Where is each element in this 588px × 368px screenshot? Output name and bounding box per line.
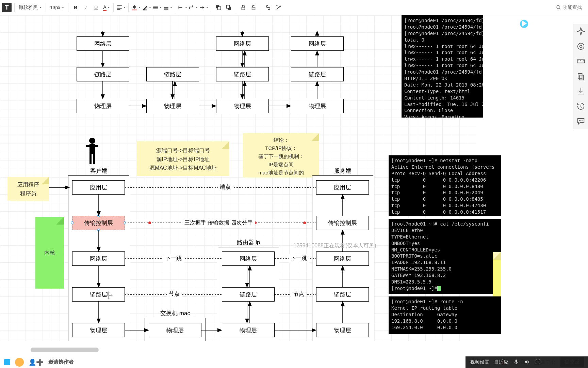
bring-front-button[interactable] xyxy=(214,3,223,12)
mic-icon[interactable] xyxy=(513,359,519,366)
font-family-dropdown[interactable]: 微软雅黑 xyxy=(17,4,43,11)
bold-button[interactable]: B xyxy=(71,3,80,12)
top-col4-link[interactable]: 链路层 xyxy=(291,67,344,81)
router-phys-layer[interactable]: 物理层 xyxy=(222,323,275,337)
svg-rect-30 xyxy=(95,145,98,147)
svg-point-59 xyxy=(579,45,582,48)
fullscreen-icon[interactable] xyxy=(535,359,541,366)
server-app-layer[interactable]: 应用层 xyxy=(316,180,369,195)
client-app-layer[interactable]: 应用层 xyxy=(72,180,125,195)
history-icon[interactable] xyxy=(576,102,586,111)
note-line: IP是端点间 xyxy=(245,160,317,169)
top-col3-link[interactable]: 链路层 xyxy=(216,67,269,81)
app-programmer-note[interactable]: 应用程序 程序员 xyxy=(7,177,49,201)
note-line: 应用程序 xyxy=(9,180,48,189)
layer-label: 传输控制层 xyxy=(84,219,113,227)
kernel-note[interactable]: 内核 xyxy=(35,217,64,289)
note-line: 基于下一跳的机制： xyxy=(245,152,317,160)
fill-color-button[interactable] xyxy=(131,3,141,12)
top-col2-link[interactable]: 链路层 xyxy=(146,67,199,81)
app-logo[interactable]: T xyxy=(2,3,12,12)
svg-point-63 xyxy=(579,120,580,121)
label-next-hop-2: 下一跳 xyxy=(289,254,309,263)
underline-button[interactable]: U xyxy=(92,3,100,12)
unlock-button[interactable] xyxy=(249,3,258,12)
italic-button[interactable]: I xyxy=(81,3,90,12)
top-col1-net[interactable]: 网络层 xyxy=(77,36,129,51)
top-col3-net[interactable]: 网络层 xyxy=(216,36,269,51)
note-line: mac地址是节点间的 xyxy=(245,169,317,177)
align-button[interactable] xyxy=(116,3,126,12)
line-color-button[interactable] xyxy=(142,3,151,12)
client-phys-layer[interactable]: 物理层 xyxy=(72,323,125,337)
ruler-icon[interactable] xyxy=(576,57,586,66)
video-control-bar: 视频设置 自适应 xyxy=(466,356,588,368)
router-network-layer[interactable]: 网络层 xyxy=(222,251,275,266)
svg-rect-1 xyxy=(143,10,148,10)
terminal-4[interactable]: [root@node01 ~]# route -n Kernel IP rout… xyxy=(389,296,501,334)
line-style-button[interactable] xyxy=(152,3,162,12)
add-collaborator-icon[interactable]: 👤➕ xyxy=(29,358,44,366)
font-color-button[interactable]: A xyxy=(102,3,111,12)
lock-button[interactable] xyxy=(239,3,248,12)
horizontal-scrollbar[interactable] xyxy=(31,348,99,352)
switch-phys-layer[interactable]: 物理层 xyxy=(149,323,201,337)
svg-rect-62 xyxy=(579,75,584,80)
label-node-2: 节点 xyxy=(291,290,306,298)
brand-text: 腾讯课堂 xyxy=(534,17,572,30)
auto-tools-button[interactable] xyxy=(274,3,283,12)
compass-icon[interactable] xyxy=(576,27,586,36)
svg-point-27 xyxy=(89,138,95,144)
server-link-layer[interactable]: 链路层 xyxy=(316,287,369,302)
toolbar: T 微软雅黑 13px B I U A 功能查找 xyxy=(0,0,588,15)
brand-play-icon xyxy=(517,17,531,31)
client-link-layer[interactable]: 链路层 xyxy=(72,287,125,302)
client-transport-layer[interactable]: 传输控制层 xyxy=(72,216,125,230)
client-title: 客户端 xyxy=(90,167,108,175)
server-phys-layer[interactable]: 物理层 xyxy=(316,323,369,337)
send-back-button[interactable] xyxy=(224,3,233,12)
font-size-dropdown[interactable]: 13px xyxy=(49,4,65,11)
connector-start-button[interactable] xyxy=(178,3,187,12)
source-mapping-note[interactable]: 源端口号->目标端口号 源IP地址->目标IP地址 源MAC地址->目标MAC地… xyxy=(137,141,229,176)
top-col1-link[interactable]: 链路层 xyxy=(77,67,129,81)
page-tab-indicator[interactable] xyxy=(4,359,10,365)
top-col3-phys[interactable]: 物理层 xyxy=(216,99,269,113)
svg-point-58 xyxy=(577,43,584,50)
terminal-1[interactable]: [root@node01 /proc/24594/fd]# [root@node… xyxy=(402,15,483,118)
router-link-layer[interactable]: 链路层 xyxy=(222,287,275,302)
terminal-3[interactable]: [root@node01 ~]# cat /etc/sysconfi DEVIC… xyxy=(389,219,501,294)
video-settings-button[interactable]: 视频设置 xyxy=(470,359,489,365)
link-button[interactable] xyxy=(264,3,273,12)
video-fit-button[interactable]: 自适应 xyxy=(494,359,508,365)
client-network-layer[interactable]: 网络层 xyxy=(72,251,125,266)
comment-icon[interactable] xyxy=(576,117,586,126)
server-transport-layer[interactable]: 传输控制层 xyxy=(316,216,369,230)
server-network-layer[interactable]: 网络层 xyxy=(316,251,369,266)
search-label: 功能查找 xyxy=(563,4,582,11)
router-title: 路由器 ip xyxy=(237,239,260,246)
terminal-2[interactable]: [root@node01 ~]# netstat -natp Active In… xyxy=(389,155,501,216)
feature-search[interactable]: 功能查找 xyxy=(556,4,586,11)
top-col4-phys[interactable]: 物理层 xyxy=(291,99,344,113)
top-col4-net[interactable]: 网络层 xyxy=(291,36,344,51)
connector-end-button[interactable] xyxy=(199,3,208,12)
conclusion-note[interactable]: 结论： TCP/IP协议： 基于下一跳的机制： IP是端点间 mac地址是节点间… xyxy=(243,133,319,178)
search-icon xyxy=(556,5,561,10)
target-icon[interactable] xyxy=(576,42,586,51)
user-avatar[interactable] xyxy=(15,358,24,367)
copy-icon[interactable] xyxy=(576,72,586,81)
svg-point-50 xyxy=(303,221,306,224)
download-icon[interactable] xyxy=(576,87,586,96)
volume-icon[interactable] xyxy=(524,359,530,366)
svg-rect-5 xyxy=(227,5,230,8)
connector-type-button[interactable] xyxy=(189,3,198,12)
note-line: 程序员 xyxy=(9,189,48,198)
top-col1-phys[interactable]: 物理层 xyxy=(77,99,129,113)
line-width-button[interactable] xyxy=(163,3,172,12)
label-next-hop-1: 下一跳 xyxy=(163,254,184,263)
invite-collaborator[interactable]: 邀请协作者 xyxy=(48,359,74,365)
brand-overlay: 腾讯课堂 xyxy=(517,17,572,31)
top-col2-phys[interactable]: 物理层 xyxy=(146,99,199,113)
note-line: 源MAC地址->目标MAC地址 xyxy=(140,164,226,172)
